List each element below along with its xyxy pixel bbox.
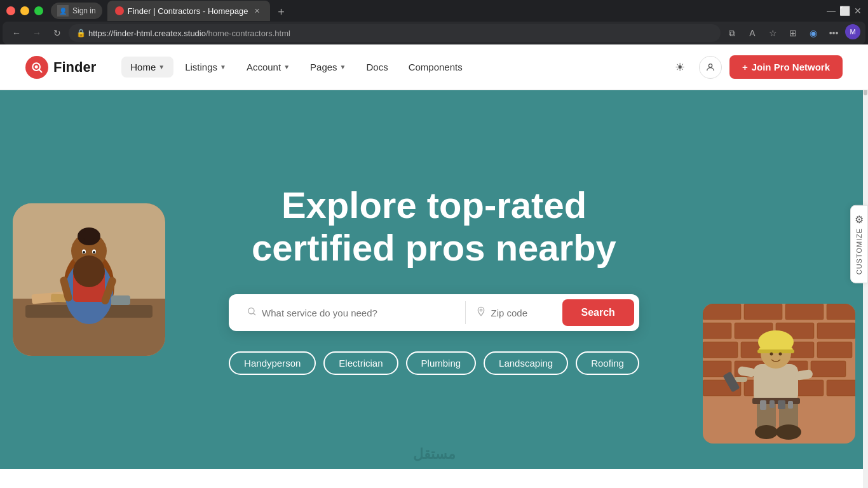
svg-rect-25 [785, 304, 824, 320]
tag-plumbing[interactable]: Plumbing [406, 351, 477, 375]
svg-rect-50 [735, 377, 747, 382]
svg-rect-59 [760, 400, 766, 410]
user-account-btn[interactable] [699, 56, 722, 79]
minimize-window-btn[interactable] [20, 6, 29, 15]
tag-electrician[interactable]: Electrician [323, 351, 398, 375]
svg-point-3 [709, 64, 712, 67]
close-window-btn[interactable] [6, 6, 15, 15]
hero-title: Explore top-rated certified pros nearby [229, 184, 639, 269]
browser-chrome: 👤 Sign in Finder | Contractors - Homepag… [0, 0, 868, 44]
logo-icon [25, 56, 48, 79]
customize-sidebar[interactable]: ⚙ Customize [850, 205, 868, 283]
tab-close-btn[interactable]: ✕ [252, 6, 262, 16]
hero-content: Explore top-rated certified pros nearby [229, 184, 639, 375]
hero-section: Explore top-rated certified pros nearby [0, 90, 868, 469]
search-magnifier-icon [247, 306, 257, 319]
window-maximize[interactable]: ⬜ [839, 6, 850, 16]
window-minimize[interactable]: — [827, 6, 836, 16]
svg-rect-30 [817, 323, 855, 339]
bookmark-list-btn[interactable]: ⊞ [784, 24, 802, 42]
svg-rect-11 [73, 270, 105, 302]
svg-point-57 [779, 353, 782, 356]
address-bar[interactable]: 🔒 https://finder-html.createx.studio /ho… [69, 24, 721, 42]
svg-point-1 [35, 65, 38, 68]
hero-category-tags: Handyperson Electrician Plumbing Landsca… [229, 351, 639, 375]
svg-rect-34 [817, 342, 852, 358]
home-chevron: ▼ [158, 64, 165, 71]
nav-account[interactable]: Account ▼ [238, 57, 299, 78]
zip-search-field[interactable] [468, 302, 562, 323]
maximize-window-btn[interactable] [34, 6, 43, 15]
edge-icon[interactable]: ◉ [804, 24, 822, 42]
svg-rect-62 [788, 401, 793, 409]
service-search-field[interactable] [239, 302, 462, 323]
nav-components[interactable]: Components [400, 57, 471, 78]
browser-actions: ⧉ A ☆ ⊞ ◉ ••• M [723, 24, 860, 42]
join-btn-label: Join Pro Network [752, 62, 830, 72]
tag-roofing[interactable]: Roofing [576, 351, 639, 375]
secure-icon: 🔒 [76, 29, 86, 37]
translate-btn[interactable]: A [743, 24, 761, 42]
svg-rect-27 [703, 323, 731, 339]
svg-point-63 [248, 308, 254, 314]
profile-circle[interactable]: M [845, 24, 860, 39]
nav-docs[interactable]: Docs [357, 57, 397, 78]
nav-home[interactable]: Home ▼ [121, 57, 173, 78]
bookmark-btn[interactable]: ☆ [764, 24, 782, 42]
pages-chevron: ▼ [340, 64, 346, 71]
svg-point-45 [776, 424, 801, 440]
window-close[interactable]: ✕ [854, 6, 862, 16]
svg-line-64 [254, 313, 255, 315]
tab-title: Finder | Contractors - Homepage [128, 6, 248, 16]
logo-text: Finder [53, 59, 96, 76]
svg-rect-61 [778, 400, 785, 409]
search-divider [465, 301, 466, 324]
nav-pages[interactable]: Pages ▼ [301, 57, 355, 78]
hero-image-right [703, 304, 855, 444]
logo[interactable]: Finder [25, 56, 96, 79]
svg-point-46 [755, 425, 778, 439]
refresh-btn[interactable]: ↻ [48, 24, 66, 42]
extensions-btn[interactable]: ⧉ [723, 24, 741, 42]
search-button[interactable]: Search [562, 299, 634, 326]
zip-input[interactable] [491, 308, 555, 318]
listings-chevron: ▼ [220, 64, 226, 71]
svg-rect-42 [827, 380, 855, 396]
svg-rect-20 [111, 295, 130, 305]
svg-point-17 [83, 251, 85, 254]
nav-menu: Home ▼ Listings ▼ Account ▼ Pages ▼ Docs… [121, 57, 668, 78]
browser-profile[interactable]: Sign in [72, 6, 96, 15]
customize-label: Customize [855, 228, 863, 275]
tab-favicon [115, 6, 124, 15]
navbar-actions: ☀ + Join Pro Network [668, 55, 843, 79]
tag-handyperson[interactable]: Handyperson [229, 351, 316, 375]
nav-listings[interactable]: Listings ▼ [176, 57, 235, 78]
active-tab[interactable]: Finder | Contractors - Homepage ✕ [107, 1, 270, 21]
svg-rect-60 [770, 400, 775, 408]
back-btn[interactable]: ← [8, 24, 25, 42]
svg-point-14 [83, 229, 95, 241]
tag-landscaping[interactable]: Landscaping [484, 351, 568, 375]
url-host: https://finder-html.createx.studio [88, 29, 206, 38]
svg-point-65 [480, 309, 482, 311]
new-tab-btn[interactable]: + [273, 3, 290, 21]
more-btn[interactable]: ••• [825, 24, 843, 42]
svg-rect-38 [811, 361, 846, 377]
service-input[interactable] [262, 308, 454, 318]
svg-line-2 [39, 69, 41, 72]
watermark: مستقل [413, 446, 456, 463]
svg-rect-26 [827, 304, 855, 320]
hero-image-left [13, 203, 165, 356]
svg-point-18 [93, 251, 95, 254]
svg-rect-47 [754, 364, 798, 402]
forward-btn[interactable]: → [28, 24, 46, 42]
settings-icon: ⚙ [855, 214, 864, 226]
svg-point-56 [770, 353, 773, 356]
svg-rect-31 [703, 342, 738, 358]
join-pro-btn[interactable]: + Join Pro Network [729, 55, 843, 79]
svg-rect-23 [703, 304, 741, 320]
theme-toggle-btn[interactable]: ☀ [668, 56, 691, 79]
svg-rect-55 [757, 349, 794, 353]
svg-rect-24 [744, 304, 782, 320]
hero-search-bar: Search [229, 294, 639, 331]
